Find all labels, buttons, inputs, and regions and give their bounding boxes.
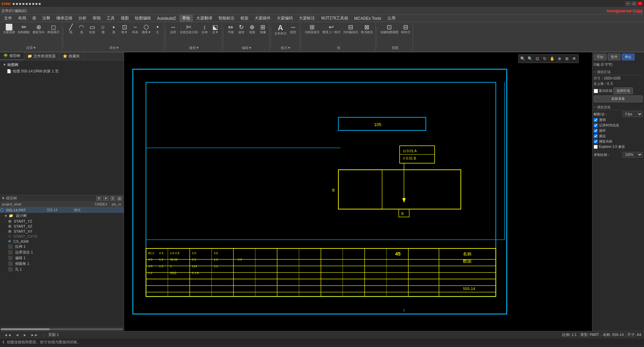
ribbon-btn-scale[interactable]: ⊕ 缩放 [247, 23, 257, 35]
model-tree-item-start-csys[interactable]: ⊕ START_CSYS [0, 234, 124, 239]
ribbon-btn-spline[interactable]: ~ 样条 [130, 23, 140, 35]
drawing-tree-item-1[interactable]: 📄 绘图 555-14.DRW 的第 1 页 [1, 68, 122, 74]
ribbon-btn-circle[interactable]: ○ 圆 [98, 23, 108, 35]
model-tree-item-start-yz[interactable]: ▣ START_YZ [0, 219, 124, 224]
refresh-screen-btn[interactable]: 刷新屏幕 [594, 96, 643, 102]
expand-design-icon: ▼ [4, 214, 8, 218]
close-button[interactable]: ✕ [637, 1, 643, 6]
drawing-tree-collapse[interactable]: ▼ [3, 63, 6, 67]
tab-folder-browser[interactable]: 📁 文件夹浏览器 [24, 52, 59, 60]
prev-btn[interactable]: ◄ [14, 333, 20, 337]
cursor-capture-checkbox[interactable] [594, 139, 598, 143]
ribbon-btn-thin[interactable]: ⊡ 细▼ [119, 23, 129, 35]
model-tree-item-round1[interactable]: ⬛ 倒圆角 1 [0, 261, 124, 267]
explorer-compat-checkbox[interactable] [594, 145, 598, 149]
ribbon-btn-edge[interactable]: ⬕ 边▼ [210, 23, 220, 35]
show-region-checkbox[interactable] [594, 89, 598, 93]
main-part-cindex: 555-14 [45, 208, 72, 212]
menu-autobuildz[interactable]: AutobuildZ [154, 15, 179, 21]
model-tree-item-start-xy[interactable]: ▣ START_XY [0, 229, 124, 234]
menu-tools[interactable]: 工具 [104, 15, 117, 22]
ribbon-btn-rotate[interactable]: ↻ 旋转 [236, 23, 247, 35]
menu-public[interactable]: 公用 [385, 15, 398, 22]
model-tree-item-main[interactable]: ⬡ 555-14.PRT 555-14 测试 [0, 207, 124, 213]
ribbon-btn-stretch[interactable]: ↕ 拉伸 [200, 23, 210, 35]
menu-layout[interactable]: 布局 [15, 15, 29, 22]
fps-select[interactable]: 3 fps 5 fps 10 fps 15 fps [623, 111, 643, 117]
model-tree-item-start-xz[interactable]: ▣ START_XZ [0, 224, 124, 229]
ribbon-btn-fillet[interactable]: ⬡ 圆角▼ [141, 23, 152, 35]
menu-smart-dim[interactable]: 智能标注 [216, 15, 237, 22]
menu-beam-translate[interactable]: 大梁翻译 [194, 15, 215, 22]
model-tree-cols-btn[interactable]: ☰ [110, 196, 115, 201]
minimize-button[interactable]: ─ [625, 1, 631, 6]
menu-drawing-edit[interactable]: 绘图编辑 [132, 15, 154, 22]
ribbon-btn-translate[interactable]: ⇔ 平移 [226, 23, 236, 35]
model-tree-item-blend1[interactable]: ⬛ 边界混合 1 [0, 249, 124, 255]
ribbon-btn-rect[interactable]: ▭ 矩形 [87, 23, 97, 35]
ribbon-btn-frame-related[interactable]: ⊞ 与框架相关 [304, 23, 321, 35]
model-tree-filter-btn[interactable]: ▼ [103, 196, 109, 201]
ribbon-group-org: ⊞ 与框架相关 ↩ 重置上一形式 ⊟ 与对象相关 ⊠ 取消相关 组 [302, 23, 376, 51]
menu-annotation[interactable]: 注释 [40, 15, 53, 22]
menu-file[interactable]: 文件 [1, 15, 15, 22]
ribbon-btn-line[interactable]: ╱ 线 [66, 23, 76, 35]
ribbon-btn-construct-mode[interactable]: ◻ 构造模式 [46, 23, 60, 35]
model-tree-settings-btn[interactable]: ⚙ [96, 196, 102, 201]
ribbon-btn-line-style[interactable]: ─ 线型 [288, 23, 298, 37]
menu-mcadex[interactable]: MCADEx Tools [352, 15, 384, 21]
menu-frame[interactable]: 框架 [238, 15, 251, 22]
ribbon-btn-point[interactable]: • 点 [153, 23, 163, 35]
tab-model-tree[interactable]: 🌳 模型树 [0, 52, 24, 60]
ribbon-btn-text-style[interactable]: A 文本样式 [273, 23, 287, 37]
loop-checkbox[interactable] [594, 129, 598, 133]
model-tree-item-hole1[interactable]: ⬛ 孔 1 [0, 267, 124, 272]
menu-beam-code[interactable]: 大梁编码 [274, 15, 296, 22]
menu-beam-dim[interactable]: 大梁标注 [296, 15, 318, 22]
ribbon-btn-draw-view[interactable]: ⊡ 创建制图视图 [379, 23, 399, 35]
select-region-btn[interactable]: 选择区域 [613, 88, 633, 94]
menu-inherit[interactable]: 继承迁移 [54, 15, 75, 22]
menu-view[interactable]: 视图 [118, 15, 131, 22]
status-sep2: | [600, 333, 601, 337]
menu-wjt[interactable]: WJT276工具箱 [318, 15, 351, 22]
record-time-checkbox[interactable] [594, 123, 598, 127]
ribbon-btn-cancel-related[interactable]: ⊠ 取消相关 [360, 23, 374, 35]
model-tree-columns: project_short CINDEX ptc_cc [0, 202, 124, 207]
ribbon-btn-mirror[interactable]: ⊞ 镜像 [258, 23, 268, 35]
ribbon-btn-face[interactable]: ▪ 面 [109, 23, 119, 35]
model-tree-item-extrude1[interactable]: ⬛ 拉伸 1 [0, 244, 124, 249]
ribbon-btn-split-intersect[interactable]: ✄ 在相交处分割 [179, 23, 199, 35]
ribbon-btn-view-style[interactable]: ⊟ 框样式 [400, 23, 411, 35]
next-last-btn[interactable]: ►► [30, 333, 40, 337]
menu-table[interactable]: 表 [30, 15, 39, 22]
next-btn[interactable]: ► [22, 333, 28, 337]
menu-beam-plugin[interactable]: 大梁插件 [252, 15, 273, 22]
ribbon-btn-draw-snap[interactable]: ✏ 绘制捕捉 [17, 23, 31, 35]
scrollbar-thumb[interactable] [1, 328, 50, 330]
pause-capture-btn[interactable]: 暂停 [608, 54, 621, 60]
model-tree-item-cs-asm[interactable]: ⊕ CS_ASM [0, 239, 124, 244]
ribbon-btn-reset-style[interactable]: ↩ 重置上一形式 [321, 23, 341, 35]
ribbon-btn-arc[interactable]: ◠ 弧 [76, 23, 87, 35]
model-tree-item-design[interactable]: ▼ 📁 设计树 [0, 213, 124, 219]
menu-sketch[interactable]: 草绘 [179, 15, 193, 22]
ribbon-btn-obj-related[interactable]: ⊟ 与对象相关 [342, 23, 359, 35]
scale-select[interactable]: 100% 75% 50% [623, 152, 643, 158]
model-tree-more-btn[interactable]: ▤ [117, 196, 122, 201]
menu-review[interactable]: 审阅 [90, 15, 103, 22]
model-tree-item-offset1[interactable]: ⬛ 偏移 1 [0, 255, 124, 261]
tab-favorites[interactable]: ⭐ 收藏夹 [59, 52, 84, 60]
stop-capture-btn[interactable]: 停止 [622, 54, 635, 60]
menu-analysis[interactable]: 分析 [76, 15, 89, 22]
prev-first-btn[interactable]: ◄◄ [3, 333, 13, 337]
maximize-button[interactable]: □ [631, 1, 637, 6]
transparent-checkbox[interactable] [594, 118, 598, 122]
crop-checkbox[interactable] [594, 134, 598, 138]
status-name: 名称: 555-14 [603, 332, 624, 337]
left-panel-scrollbar[interactable] [0, 327, 124, 331]
ribbon-btn-snap-guide[interactable]: ⊕ 捕捉导向 [32, 23, 46, 35]
ribbon-btn-boundary[interactable]: ↔ 边界 [168, 23, 178, 35]
start-capture-btn[interactable]: 开始 [594, 54, 606, 60]
ribbon-btn-element-select[interactable]: ⬜ 元素选择 [2, 23, 16, 35]
